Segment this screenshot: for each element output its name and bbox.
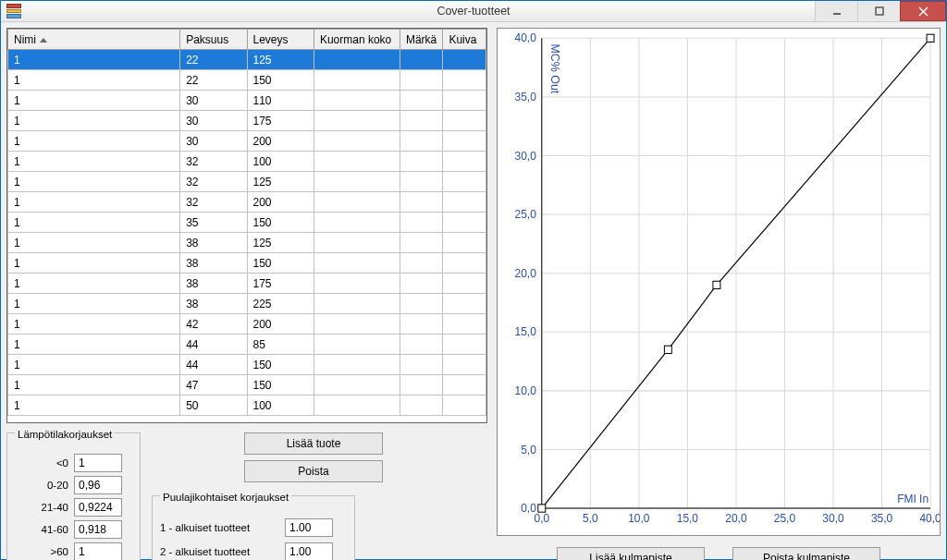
cell[interactable]: 1 [8, 294, 180, 314]
cell[interactable]: 32 [180, 172, 247, 192]
cell[interactable] [400, 91, 443, 111]
cell[interactable] [314, 355, 400, 375]
cell[interactable]: 150 [247, 253, 314, 274]
cell[interactable]: 1 [8, 213, 180, 233]
cell[interactable] [443, 172, 486, 192]
cell[interactable]: 1 [8, 131, 180, 152]
cell[interactable] [400, 294, 443, 314]
table-row[interactable]: 130110 [8, 91, 486, 111]
table-row[interactable]: 132100 [8, 152, 486, 172]
maximize-button[interactable] [857, 1, 900, 21]
cell[interactable] [443, 233, 486, 253]
column-header[interactable]: Märkä [400, 30, 443, 50]
cell[interactable]: 35 [180, 213, 247, 233]
table-row[interactable]: 14485 [8, 335, 486, 355]
species-input[interactable] [285, 518, 333, 537]
cell[interactable] [314, 375, 400, 396]
cell[interactable] [400, 253, 443, 274]
cell[interactable] [443, 192, 486, 213]
column-header[interactable]: Nimi [8, 30, 180, 50]
cell[interactable] [400, 192, 443, 213]
cell[interactable]: 47 [180, 375, 247, 396]
table-row[interactable]: 122125 [8, 50, 486, 70]
add-point-button[interactable]: Lisää kulmapiste [557, 547, 705, 560]
cell[interactable] [400, 274, 443, 294]
close-button[interactable] [900, 1, 946, 21]
cell[interactable] [443, 274, 486, 294]
cell[interactable] [314, 335, 400, 355]
table-row[interactable]: 132200 [8, 192, 486, 213]
cell[interactable] [400, 152, 443, 172]
cell[interactable] [314, 131, 400, 152]
cell[interactable] [400, 355, 443, 375]
table-row[interactable]: 138150 [8, 253, 486, 274]
cell[interactable] [314, 274, 400, 294]
cell[interactable] [443, 375, 486, 396]
cell[interactable] [314, 233, 400, 253]
cell[interactable] [314, 253, 400, 274]
cell[interactable]: 30 [180, 91, 247, 111]
cell[interactable] [314, 111, 400, 131]
cell[interactable]: 22 [180, 50, 247, 70]
add-product-button[interactable]: Lisää tuote [244, 432, 383, 455]
cell[interactable]: 1 [8, 375, 180, 396]
cell[interactable]: 1 [8, 396, 180, 416]
minimize-button[interactable] [815, 1, 857, 21]
cell[interactable]: 225 [247, 294, 314, 314]
cell[interactable]: 110 [247, 91, 314, 111]
cell[interactable] [443, 213, 486, 233]
column-header[interactable]: Kuorman koko [314, 30, 400, 50]
cell[interactable]: 38 [180, 294, 247, 314]
cell[interactable] [314, 91, 400, 111]
cell[interactable] [443, 314, 486, 335]
table-row[interactable]: 130200 [8, 131, 486, 152]
cell[interactable] [314, 192, 400, 213]
table-row[interactable]: 147150 [8, 375, 486, 396]
column-header[interactable]: Leveys [247, 30, 314, 50]
cell[interactable]: 125 [247, 233, 314, 253]
cell[interactable] [314, 152, 400, 172]
cell[interactable]: 175 [247, 274, 314, 294]
cell[interactable] [443, 91, 486, 111]
cell[interactable]: 100 [247, 396, 314, 416]
cell[interactable]: 1 [8, 50, 180, 70]
cell[interactable] [314, 213, 400, 233]
cell[interactable] [400, 50, 443, 70]
table-row[interactable]: 144150 [8, 355, 486, 375]
temp-input[interactable] [74, 476, 122, 494]
temp-input[interactable] [74, 454, 122, 472]
cell[interactable]: 1 [8, 172, 180, 192]
cell[interactable]: 1 [8, 253, 180, 274]
table-row[interactable]: 138175 [8, 274, 486, 294]
cell[interactable]: 1 [8, 314, 180, 335]
cell[interactable]: 150 [247, 213, 314, 233]
cell[interactable]: 1 [8, 233, 180, 253]
cell[interactable]: 200 [247, 192, 314, 213]
cell[interactable] [443, 294, 486, 314]
titlebar[interactable]: Cover-tuotteet [1, 1, 946, 22]
cell[interactable] [314, 396, 400, 416]
cell[interactable] [400, 233, 443, 253]
chart[interactable]: 0,05,010,015,020,025,030,035,040,00,05,0… [497, 28, 941, 536]
cell[interactable]: 1 [8, 274, 180, 294]
temp-input[interactable] [74, 520, 122, 539]
product-grid[interactable]: NimiPaksuusLeveysKuorman kokoMärkäKuiva … [6, 28, 487, 423]
table-row[interactable]: 138125 [8, 233, 486, 253]
cell[interactable] [314, 50, 400, 70]
cell[interactable]: 85 [247, 335, 314, 355]
cell[interactable] [314, 314, 400, 335]
cell[interactable]: 175 [247, 111, 314, 131]
cell[interactable]: 125 [247, 172, 314, 192]
cell[interactable]: 200 [247, 314, 314, 335]
cell[interactable]: 200 [247, 131, 314, 152]
cell[interactable] [443, 70, 486, 91]
cell[interactable] [400, 396, 443, 416]
cell[interactable] [400, 335, 443, 355]
cell[interactable]: 42 [180, 314, 247, 335]
cell[interactable]: 1 [8, 152, 180, 172]
cell[interactable]: 44 [180, 335, 247, 355]
cell[interactable] [400, 314, 443, 335]
table-row[interactable]: 130175 [8, 111, 486, 131]
cell[interactable] [400, 111, 443, 131]
cell[interactable]: 150 [247, 375, 314, 396]
